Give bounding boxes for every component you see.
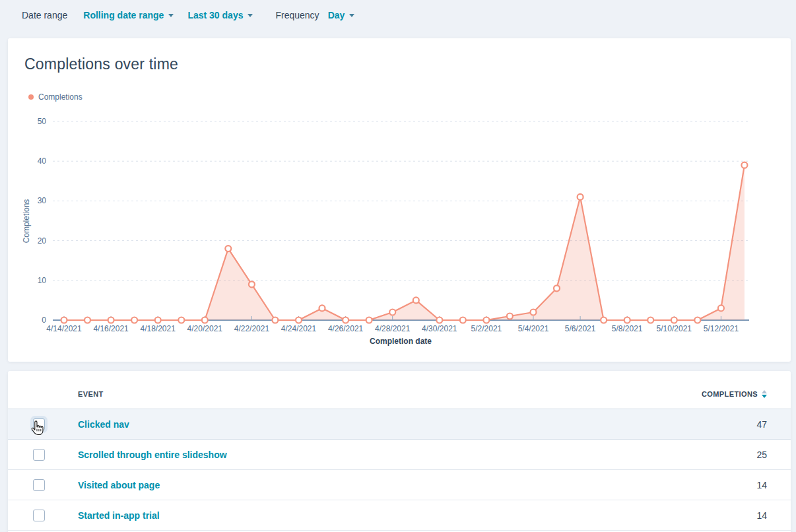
data-point[interactable] xyxy=(202,317,208,323)
data-point[interactable] xyxy=(601,317,607,323)
completions-value: 47 xyxy=(756,419,767,430)
row-checkbox[interactable] xyxy=(33,418,45,430)
data-point[interactable] xyxy=(108,317,114,323)
data-point[interactable] xyxy=(694,317,700,323)
column-header-event: EVENT xyxy=(78,390,104,398)
sort-desc-icon xyxy=(762,390,767,398)
svg-text:4/26/2021: 4/26/2021 xyxy=(328,324,364,333)
table-row: Started in-app trial 14 xyxy=(8,500,791,531)
table-row: Visited about page 14 xyxy=(8,470,791,500)
svg-text:4/16/2021: 4/16/2021 xyxy=(93,324,129,333)
date-range-label: Date range xyxy=(22,10,67,20)
data-point[interactable] xyxy=(366,317,372,323)
events-table-card: EVENT COMPLETIONS Clicked nav 47 Scrolle… xyxy=(8,371,791,532)
column-header-completions[interactable]: COMPLETIONS xyxy=(702,390,767,398)
table-body: Clicked nav 47 Scrolled through entire s… xyxy=(8,409,791,531)
svg-text:4/22/2021: 4/22/2021 xyxy=(234,324,270,333)
date-range-value-dropdown[interactable]: Last 30 days xyxy=(187,10,253,20)
data-point[interactable] xyxy=(507,314,513,319)
svg-text:4/24/2021: 4/24/2021 xyxy=(281,324,317,333)
rolling-date-range-dropdown[interactable]: Rolling date range xyxy=(83,10,174,20)
data-point[interactable] xyxy=(272,317,278,323)
data-point[interactable] xyxy=(671,317,677,323)
svg-text:0: 0 xyxy=(42,316,46,325)
svg-text:5/4/2021: 5/4/2021 xyxy=(518,324,549,333)
data-point[interactable] xyxy=(647,317,653,323)
data-point[interactable] xyxy=(343,317,348,323)
frequency-label: Frequency xyxy=(275,10,319,20)
completions-area-chart: 01020304050Completions4/14/20214/16/2021… xyxy=(8,38,791,354)
completions-value: 14 xyxy=(756,480,767,490)
chevron-down-icon xyxy=(168,14,174,17)
event-link[interactable]: Scrolled through entire slideshow xyxy=(78,449,227,460)
data-point[interactable] xyxy=(483,317,489,323)
data-point[interactable] xyxy=(578,194,583,200)
data-point[interactable] xyxy=(61,317,67,323)
chevron-down-icon xyxy=(349,14,354,17)
svg-text:20: 20 xyxy=(38,236,47,246)
data-point[interactable] xyxy=(296,317,302,323)
frequency-dropdown[interactable]: Day xyxy=(328,10,355,20)
svg-text:4/30/2021: 4/30/2021 xyxy=(422,324,457,333)
svg-text:5/2/2021: 5/2/2021 xyxy=(471,324,502,333)
svg-text:4/18/2021: 4/18/2021 xyxy=(141,324,176,333)
data-point[interactable] xyxy=(84,317,90,323)
svg-text:5/12/2021: 5/12/2021 xyxy=(704,324,739,333)
data-point[interactable] xyxy=(319,305,325,311)
data-point[interactable] xyxy=(554,285,560,291)
event-link[interactable]: Visited about page xyxy=(78,480,160,490)
svg-text:40: 40 xyxy=(38,156,47,166)
data-point[interactable] xyxy=(178,317,184,323)
table-row: Scrolled through entire slideshow 25 xyxy=(8,440,791,470)
svg-text:5/10/2021: 5/10/2021 xyxy=(657,324,692,333)
svg-text:Completion date: Completion date xyxy=(370,337,432,346)
data-point[interactable] xyxy=(436,317,442,323)
event-link[interactable]: Clicked nav xyxy=(78,419,129,430)
svg-text:30: 30 xyxy=(38,196,47,205)
data-point[interactable] xyxy=(249,281,255,287)
data-point[interactable] xyxy=(413,297,419,303)
svg-text:4/14/2021: 4/14/2021 xyxy=(46,324,82,333)
data-point[interactable] xyxy=(155,317,161,323)
data-point[interactable] xyxy=(718,305,724,311)
table-row: Clicked nav 47 xyxy=(8,409,791,440)
table-header: EVENT COMPLETIONS xyxy=(8,371,791,409)
svg-text:10: 10 xyxy=(38,276,47,285)
data-point[interactable] xyxy=(389,310,395,316)
data-point[interactable] xyxy=(741,162,747,168)
row-checkbox[interactable] xyxy=(33,510,45,521)
data-point[interactable] xyxy=(460,317,466,323)
completions-chart-card: Completions over time Completions 010203… xyxy=(8,38,791,362)
svg-text:5/6/2021: 5/6/2021 xyxy=(565,324,596,333)
svg-text:5/8/2021: 5/8/2021 xyxy=(612,324,643,333)
data-point[interactable] xyxy=(624,317,630,323)
svg-text:50: 50 xyxy=(38,117,47,126)
completions-value: 14 xyxy=(756,510,767,521)
svg-text:4/20/2021: 4/20/2021 xyxy=(187,324,223,333)
date-range-toolbar: Date range Rolling date range Last 30 da… xyxy=(0,0,796,30)
data-point[interactable] xyxy=(531,310,537,316)
svg-text:Completions: Completions xyxy=(22,199,31,244)
completions-value: 25 xyxy=(756,449,767,460)
svg-text:4/28/2021: 4/28/2021 xyxy=(375,324,411,333)
data-point[interactable] xyxy=(131,317,137,323)
data-point[interactable] xyxy=(225,246,231,251)
chevron-down-icon xyxy=(248,14,253,17)
row-checkbox[interactable] xyxy=(33,479,45,491)
event-link[interactable]: Started in-app trial xyxy=(78,510,160,521)
row-checkbox[interactable] xyxy=(33,449,45,461)
